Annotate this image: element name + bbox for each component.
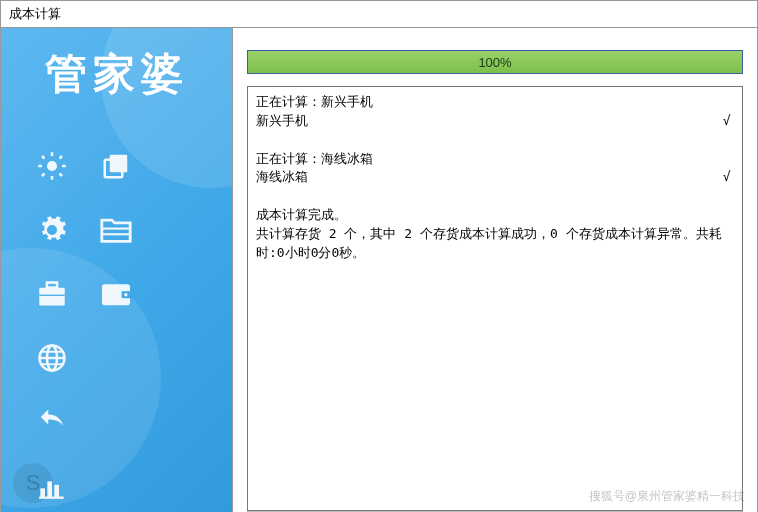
- svg-rect-25: [47, 481, 52, 497]
- sidebar: 管家婆: [1, 28, 233, 512]
- brand-logo: 管家婆: [1, 28, 232, 114]
- stack-icon: [89, 144, 143, 188]
- svg-rect-14: [47, 283, 57, 288]
- blank-icon: [89, 336, 143, 380]
- blank-icon: [154, 208, 208, 252]
- cost-calculation-window: 成本计算 管家婆: [0, 0, 758, 512]
- window-title: 成本计算: [9, 6, 61, 21]
- progress-wrap: 100%: [247, 44, 743, 86]
- body: 管家婆: [1, 28, 757, 512]
- svg-point-18: [125, 293, 128, 296]
- progress-bar: 100%: [247, 50, 743, 74]
- blank-icon: [89, 400, 143, 444]
- blank-icon: [154, 400, 208, 444]
- blank-icon: [154, 336, 208, 380]
- svg-rect-24: [40, 488, 45, 497]
- svg-rect-26: [54, 485, 59, 498]
- blank-icon: [154, 464, 208, 508]
- folder-icon: [89, 208, 143, 252]
- svg-rect-9: [110, 155, 128, 173]
- briefcase-icon: [25, 272, 79, 316]
- progress-label: 100%: [478, 55, 511, 70]
- sidebar-icon-grid: [1, 114, 232, 512]
- undo-icon: [25, 400, 79, 444]
- titlebar: 成本计算: [1, 1, 757, 28]
- svg-line-5: [42, 156, 45, 159]
- log-output: 正在计算：新兴手机 新兴手机 √ 正在计算：海线冰箱 海线冰箱 √ 成本计算完成…: [247, 86, 743, 511]
- blank-icon: [154, 144, 208, 188]
- svg-point-0: [47, 161, 57, 171]
- bars-icon: [25, 464, 79, 508]
- gear-icon: [25, 208, 79, 252]
- main-panel: 100% 正在计算：新兴手机 新兴手机 √ 正在计算：海线冰箱 海线冰箱 √ 成…: [233, 28, 757, 512]
- svg-line-8: [60, 156, 63, 159]
- wallet-icon: [89, 272, 143, 316]
- blank-icon: [154, 272, 208, 316]
- svg-line-7: [42, 174, 45, 177]
- globe-icon: [25, 336, 79, 380]
- svg-rect-13: [39, 288, 64, 306]
- sun-icon: [25, 144, 79, 188]
- blank-icon: [89, 464, 143, 508]
- svg-line-6: [60, 174, 63, 177]
